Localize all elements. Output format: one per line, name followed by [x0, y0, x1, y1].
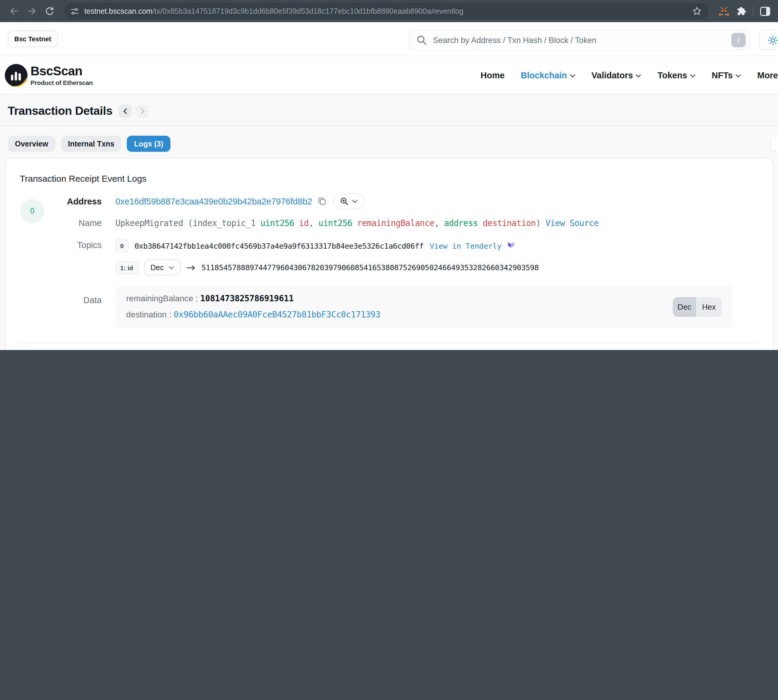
- address-inspect-button[interactable]: [333, 193, 365, 209]
- topic-format-select[interactable]: Dec: [144, 260, 180, 275]
- screen: testnet.bscscan.com/tx/0x85b3a147518719d…: [0, 0, 778, 350]
- nav-item-tokens[interactable]: Tokens: [658, 70, 696, 80]
- card-title: Transaction Receipt Event Logs: [20, 173, 758, 183]
- next-transaction-button[interactable]: [136, 104, 149, 117]
- topic-index-badge: 1: id: [115, 261, 138, 274]
- signature-token-plain: ): [536, 218, 545, 228]
- url-text: testnet.bscscan.com/tx/0x85b3a147518719d…: [84, 7, 692, 15]
- brand[interactable]: BscScan Product of Etherscan: [5, 64, 93, 87]
- url-host: testnet.bscscan.com: [84, 7, 152, 15]
- data-box: remainingBalance : 1081473825786919611de…: [115, 285, 733, 328]
- nav-item-label: More: [757, 70, 778, 80]
- data-lines: remainingBalance : 1081473825786919611de…: [126, 293, 673, 320]
- chevron-down-icon: [169, 266, 174, 269]
- hex-toggle-button[interactable]: Hex: [696, 297, 722, 317]
- browser-bar: testnet.bscscan.com/tx/0x85b3a147518719d…: [0, 0, 778, 22]
- tabs-row: OverviewInternal TxnsLogs (3): [0, 126, 778, 152]
- view-source-link[interactable]: View Source: [545, 218, 599, 228]
- nav-item-nfts[interactable]: NFTs: [711, 70, 741, 80]
- log-rows: Address0xe16df59b887e3caa439e0b29b42ba2e…: [44, 193, 758, 328]
- network-badge[interactable]: Bsc Testnet: [8, 30, 58, 47]
- side-panel-icon[interactable]: [760, 6, 770, 16]
- tab-overview[interactable]: Overview: [8, 136, 55, 152]
- signature-token-plain: UpkeepMigrated (index_topic_1: [115, 218, 260, 228]
- page-body: Transaction Details OverviewInternal Txn…: [0, 95, 778, 350]
- data-line: remainingBalance : 1081473825786919611: [126, 293, 673, 304]
- browser-actions: [718, 6, 770, 17]
- view-in-tenderly-link[interactable]: View in Tenderly: [430, 241, 502, 250]
- event-logs-list: 0Address0xe16df59b887e3caa439e0b29b42ba2…: [20, 183, 758, 350]
- nav-item-home[interactable]: Home: [481, 70, 505, 80]
- brand-text: BscScan Product of Etherscan: [30, 64, 93, 86]
- signature-token-type: address: [444, 218, 482, 228]
- log-entry: 1Address0x96bb60aaaec09a0fceb4527b81bbf3…: [20, 343, 758, 350]
- data-label: Data: [44, 285, 102, 305]
- site-header: Bsc Testnet /: [0, 22, 778, 95]
- chevron-down-icon: [636, 74, 641, 77]
- data-line: destination : 0x96bb60aAAec09A0FceB4527b…: [126, 310, 673, 320]
- bookmark-star-icon[interactable]: [692, 6, 702, 16]
- data-field-name: destination: [126, 310, 167, 319]
- nav-item-blockchain[interactable]: Blockchain: [521, 70, 576, 80]
- log-address-link[interactable]: 0xe16df59b887e3caa439e0b29b42ba2e7976fd8…: [115, 197, 312, 206]
- data-row: DataremainingBalance : 10814738257869196…: [44, 285, 758, 328]
- toolbar-separator: [753, 6, 753, 17]
- data-colon: :: [167, 310, 174, 319]
- data-value: 1081473825786919611: [200, 293, 294, 303]
- url-path: /tx/0x85b3a147518719d3c9b1dd6b80e5f39d53…: [152, 7, 463, 15]
- address-row: Address0xe16df59b887e3caa439e0b29b42ba2e…: [44, 193, 758, 209]
- forward-icon[interactable]: [23, 2, 41, 20]
- address-label: Address: [44, 197, 102, 206]
- chevron-down-icon: [570, 74, 575, 77]
- event-logs-card: Transaction Receipt Event Logs 0Address0…: [5, 158, 773, 350]
- site-info-icon[interactable]: [70, 7, 79, 15]
- tab-logs-3[interactable]: Logs (3): [127, 136, 170, 152]
- dec-toggle-button[interactable]: Dec: [673, 297, 696, 317]
- nav-item-validators[interactable]: Validators: [591, 70, 641, 80]
- chevron-down-icon: [736, 74, 741, 77]
- name-row: NameUpkeepMigrated (index_topic_1 uint25…: [44, 217, 758, 229]
- nav-item-more[interactable]: More: [757, 70, 778, 80]
- signature-token-plain: ,: [434, 218, 444, 228]
- header-main-row: BscScan Product of Etherscan HomeBlockch…: [0, 56, 778, 94]
- theme-toggle-button[interactable]: [759, 30, 778, 50]
- nav-item-label: Home: [481, 70, 505, 80]
- log-entry: 0Address0xe16df59b887e3caa439e0b29b42ba2…: [20, 183, 758, 328]
- dec-hex-toggle: DecHex: [673, 297, 722, 317]
- topics-label: Topics: [44, 239, 102, 250]
- page-title: Transaction Details: [8, 104, 112, 118]
- signature-token-type: uint256: [319, 218, 357, 228]
- name-label: Name: [44, 217, 102, 228]
- search-box[interactable]: /: [409, 30, 750, 50]
- copy-icon: [317, 197, 327, 206]
- search-shortcut-badge: /: [731, 33, 746, 47]
- signature-token-param: destination: [482, 218, 536, 228]
- log-index-badge: 0: [20, 199, 44, 223]
- bscscan-logo-icon: [5, 64, 27, 87]
- header-top-row: Bsc Testnet /: [0, 22, 778, 56]
- nav-item-label: Tokens: [658, 70, 687, 80]
- data-colon: :: [193, 293, 200, 303]
- data-value-link[interactable]: 0x96bb60aAAec09A0FceB4527b81bbF3Cc0c1713…: [174, 310, 380, 319]
- tenderly-logo: [506, 241, 516, 250]
- brand-name: BscScan: [30, 64, 93, 77]
- metamask-icon[interactable]: [718, 6, 730, 17]
- prev-transaction-button[interactable]: [119, 104, 132, 117]
- search-input[interactable]: [432, 35, 731, 45]
- nav-item-label: Blockchain: [521, 70, 567, 80]
- topic-line: 1: idDec51185457888974477960430678203979…: [115, 260, 539, 275]
- copy-address-button[interactable]: [317, 197, 327, 206]
- back-icon[interactable]: [5, 2, 23, 20]
- extensions-puzzle-icon[interactable]: [736, 6, 746, 16]
- signature-token-param: remainingBalance: [357, 218, 434, 228]
- nav-item-label: Validators: [591, 70, 633, 80]
- main-nav: HomeBlockchainValidatorsTokensNFTsMore: [481, 70, 778, 80]
- topic-value: 5118545788897447796043067820397906085416…: [202, 263, 539, 272]
- reload-icon[interactable]: [41, 2, 58, 20]
- title-row: Transaction Details: [0, 95, 778, 125]
- topic-hash: 0xb38647142fbb1ea4c000fc4569b37a4e9a9f63…: [135, 241, 424, 250]
- tab-internal-txns[interactable]: Internal Txns: [61, 136, 122, 152]
- url-bar[interactable]: testnet.bscscan.com/tx/0x85b3a147518719d…: [64, 3, 709, 19]
- data-field-name: remainingBalance: [126, 293, 193, 303]
- tabs-overflow-button[interactable]: [770, 136, 778, 152]
